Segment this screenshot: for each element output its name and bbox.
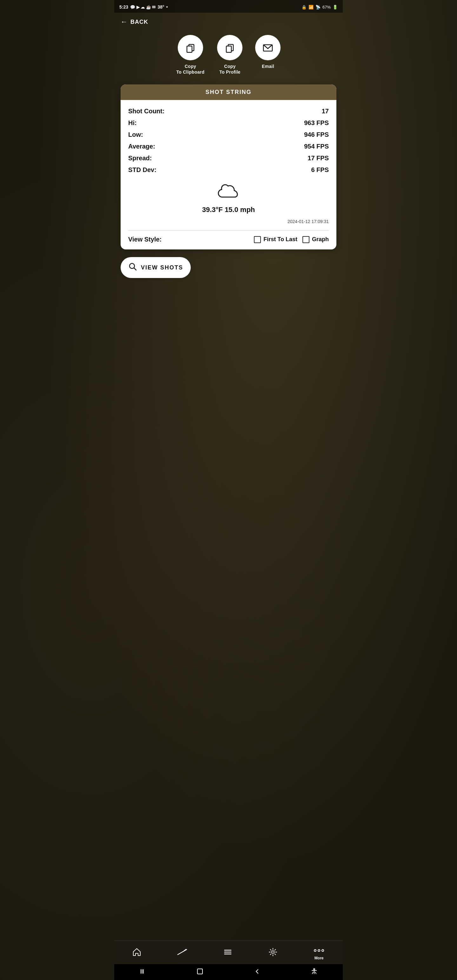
time: 5:23 (119, 5, 128, 10)
back-button[interactable]: ← BACK (121, 18, 148, 26)
back-arrow-icon: ← (121, 18, 128, 26)
weather-section: 39.3°F 15.0 mph (128, 178, 329, 216)
weather-display: 39.3°F 15.0 mph (202, 206, 255, 214)
status-right: 🔒 📶 📡 67% 🔋 (301, 5, 338, 10)
first-to-last-checkbox[interactable] (254, 236, 261, 243)
back-label: BACK (131, 19, 148, 25)
card-body: Shot Count: 17 Hi: 963 FPS Low: 946 FPS … (121, 100, 336, 250)
stat-value-low: 946 FPS (304, 131, 329, 138)
stat-value-average: 954 FPS (304, 143, 329, 150)
first-to-last-option[interactable]: First To Last (254, 236, 297, 243)
copy-clipboard-icon-circle (178, 35, 203, 60)
graph-label: Graph (312, 236, 329, 243)
stat-label-std-dev: STD Dev: (128, 166, 156, 173)
wifi-icon: 📶 (309, 5, 314, 10)
stat-row-shot-count: Shot Count: 17 (128, 108, 329, 115)
stat-label-hi: Hi: (128, 119, 137, 127)
temperature: 38° (158, 5, 164, 10)
action-buttons-row: CopyTo Clipboard CopyTo Profile Email (114, 29, 343, 84)
battery-percent: 67% (322, 5, 331, 10)
dot: • (166, 5, 168, 10)
stat-row-average: Average: 954 FPS (128, 143, 329, 150)
copy-clipboard-label: CopyTo Clipboard (177, 64, 205, 75)
card-title: SHOT STRING (205, 89, 252, 95)
stat-row-low: Low: 946 FPS (128, 131, 329, 138)
graph-checkbox[interactable] (303, 236, 309, 243)
first-to-last-label: First To Last (263, 236, 297, 243)
card-header: SHOT STRING (121, 84, 336, 100)
stat-row-std-dev: STD Dev: 6 FPS (128, 166, 329, 173)
stat-label-average: Average: (128, 143, 155, 150)
battery-indicator: 🔋 (333, 5, 338, 10)
email-icon-circle (255, 35, 280, 60)
shot-string-card: SHOT STRING Shot Count: 17 Hi: 963 FPS L… (121, 84, 336, 250)
search-icon (128, 262, 137, 273)
email-icon (262, 42, 274, 53)
svg-rect-3 (226, 46, 231, 52)
stat-label-shot-count: Shot Count: (128, 108, 164, 115)
stat-row-hi: Hi: 963 FPS (128, 119, 329, 127)
view-shots-label: VIEW SHOTS (141, 264, 183, 271)
copy-profile-icon (224, 42, 236, 53)
stat-label-low: Low: (128, 131, 143, 138)
email-label: Email (262, 64, 274, 69)
stat-value-hi: 963 FPS (304, 119, 329, 127)
copy-profile-button[interactable]: CopyTo Profile (217, 35, 242, 75)
status-icons: 💬 ▶ ☁ ☕ ✉ (130, 5, 156, 10)
copy-profile-label: CopyTo Profile (219, 64, 240, 75)
battery-icon: 🔒 (301, 5, 307, 10)
view-shots-button[interactable]: VIEW SHOTS (121, 257, 191, 278)
timestamp: 2024-01-12 17:09:31 (128, 219, 329, 229)
header: ← BACK (114, 13, 343, 29)
svg-rect-1 (187, 46, 192, 52)
stat-row-spread: Spread: 17 FPS (128, 154, 329, 162)
copy-clipboard-button[interactable]: CopyTo Clipboard (177, 35, 205, 75)
stat-label-spread: Spread: (128, 154, 152, 162)
svg-line-6 (134, 268, 136, 270)
signal-icon: 📡 (315, 5, 320, 10)
view-style-row: View Style: First To Last Graph (128, 236, 329, 243)
status-bar: 5:23 💬 ▶ ☁ ☕ ✉ 38° • 🔒 📶 📡 67% 🔋 (114, 0, 343, 13)
stat-value-shot-count: 17 (322, 108, 329, 115)
email-button[interactable]: Email (255, 35, 280, 75)
cloud-icon (216, 183, 241, 203)
view-options: First To Last Graph (167, 236, 329, 243)
graph-option[interactable]: Graph (303, 236, 329, 243)
stat-value-spread: 17 FPS (307, 154, 329, 162)
status-left: 5:23 💬 ▶ ☁ ☕ ✉ 38° • (119, 5, 168, 10)
copy-profile-icon-circle (217, 35, 242, 60)
stat-value-std-dev: 6 FPS (311, 166, 329, 173)
view-style-label: View Style: (128, 236, 162, 243)
copy-clipboard-icon (185, 42, 196, 53)
